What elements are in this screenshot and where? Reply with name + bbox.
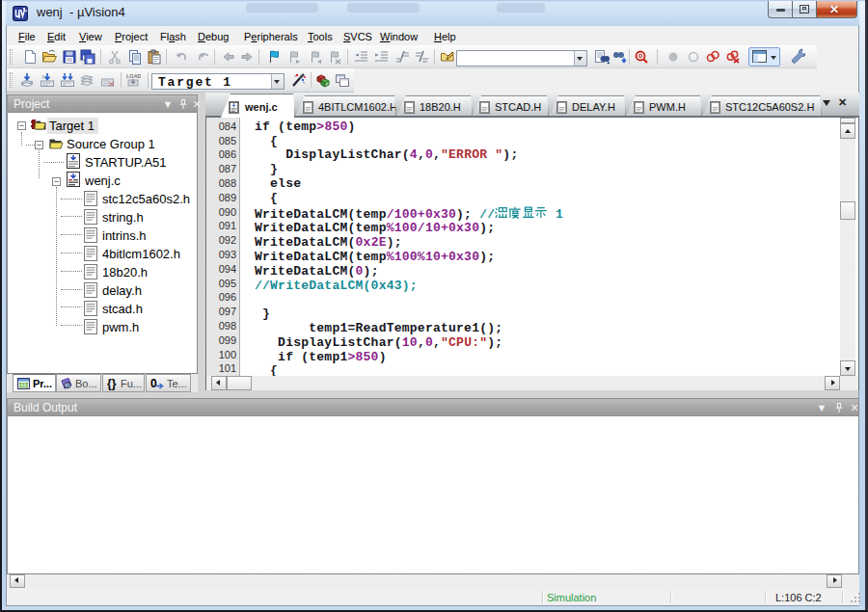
svg-text:LOAD: LOAD [126, 73, 141, 79]
svg-text:?: ? [66, 382, 69, 388]
